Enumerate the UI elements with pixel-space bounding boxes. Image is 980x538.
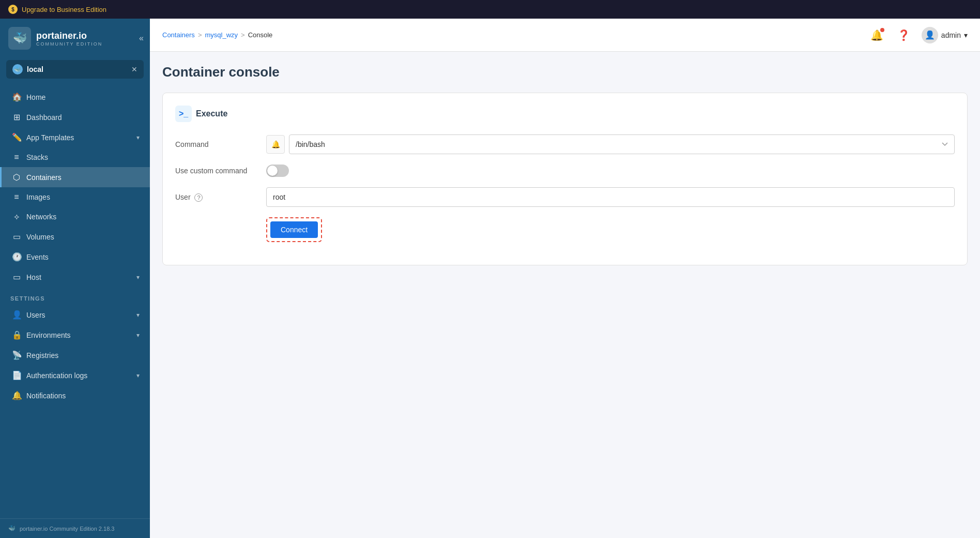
host-icon: ▭	[12, 272, 21, 282]
header-actions: 🔔 ❓ 👤 admin ▾	[868, 26, 968, 44]
events-icon: 🕐	[12, 252, 21, 262]
environments-chevron: ▾	[136, 332, 140, 339]
environment-selector[interactable]: 🐳 local ✕	[6, 60, 144, 79]
logo-text: portainer.io COMMUNITY EDITION	[36, 31, 102, 47]
breadcrumb: Containers > mysql_wzy > Console	[162, 31, 272, 39]
volumes-icon: ▭	[12, 232, 21, 242]
sidebar-item-dashboard-label: Dashboard	[26, 113, 62, 122]
sidebar-collapse-button[interactable]: «	[139, 34, 144, 43]
username: admin	[941, 31, 961, 39]
sidebar-footer: 🐳 portainer.io Community Edition 2.18.3	[0, 518, 150, 538]
sidebar-item-dashboard[interactable]: ⊞ Dashboard	[0, 107, 150, 127]
sidebar-item-auth-logs[interactable]: 📄 Authentication logs ▾	[0, 365, 150, 385]
breadcrumb-mysql-wzy[interactable]: mysql_wzy	[205, 31, 238, 39]
sidebar-item-host-label: Host	[26, 273, 41, 281]
notification-badge	[880, 28, 884, 32]
registries-icon: 📡	[12, 350, 21, 360]
command-row: Command 🔔 /bin/bash /bin/sh /bin/ash	[175, 134, 955, 154]
main-content: Containers > mysql_wzy > Console 🔔 ❓ 👤 a…	[150, 19, 980, 538]
sidebar-item-events[interactable]: 🕐 Events	[0, 247, 150, 267]
settings-section-label: Settings	[0, 287, 150, 305]
sidebar-item-home-label: Home	[26, 93, 45, 101]
execute-icon: >_	[175, 106, 192, 122]
user-input[interactable]	[266, 187, 955, 207]
home-icon: 🏠	[12, 92, 21, 102]
app-templates-icon: ✏️	[12, 132, 21, 142]
containers-icon: ⬡	[12, 172, 21, 182]
help-button[interactable]: ❓	[895, 26, 913, 44]
sidebar-item-notifications-label: Notifications	[26, 392, 66, 400]
sidebar-nav: 🏠 Home ⊞ Dashboard ✏️ App Templates ▾ ≡ …	[0, 83, 150, 518]
sidebar-item-users[interactable]: 👤 Users ▾	[0, 305, 150, 325]
sidebar-item-auth-logs-label: Authentication logs	[26, 371, 87, 380]
users-chevron: ▾	[136, 311, 140, 319]
connect-button[interactable]: Connect	[270, 221, 318, 238]
auth-logs-icon: 📄	[12, 370, 21, 380]
users-icon: 👤	[12, 310, 21, 320]
execute-card: >_ Execute Command 🔔 /bin/bash /bin/sh /…	[162, 93, 968, 265]
sidebar-item-registries[interactable]: 📡 Registries	[0, 345, 150, 365]
user-row: User ?	[175, 187, 955, 207]
execute-section-title: >_ Execute	[175, 106, 955, 122]
upgrade-label: Upgrade to Business Edition	[22, 6, 106, 13]
sidebar-item-notifications[interactable]: 🔔 Notifications	[0, 385, 150, 406]
portainer-logo-icon: 🐳	[8, 27, 31, 50]
page-area: Container console >_ Execute Command 🔔 /…	[150, 52, 980, 538]
sidebar-item-environments-label: Environments	[26, 331, 71, 339]
breadcrumb-sep1: >	[198, 31, 202, 39]
env-name: local	[27, 65, 127, 73]
breadcrumb-sep2: >	[241, 31, 245, 39]
notifications-button[interactable]: 🔔	[868, 26, 886, 44]
custom-command-toggle[interactable]	[266, 165, 289, 177]
notifications-icon: 🔔	[12, 391, 21, 400]
logo-edition: COMMUNITY EDITION	[36, 41, 102, 47]
connect-button-wrapper: Connect	[266, 217, 322, 242]
sidebar-item-registries-label: Registries	[26, 351, 58, 360]
top-header: Containers > mysql_wzy > Console 🔔 ❓ 👤 a…	[150, 19, 980, 52]
app-templates-chevron: ▾	[136, 134, 140, 141]
env-icon: 🐳	[12, 64, 23, 74]
logo-name: portainer.io	[36, 31, 102, 41]
sidebar-item-networks[interactable]: ⟡ Networks	[0, 207, 150, 227]
sidebar-item-images-label: Images	[26, 193, 50, 201]
coin-icon: $	[8, 5, 18, 14]
custom-command-label: Use custom command	[175, 167, 258, 175]
avatar: 👤	[922, 27, 938, 43]
user-label: User ?	[175, 193, 258, 202]
sidebar-item-containers[interactable]: ⬡ Containers	[0, 167, 150, 187]
sidebar-item-environments[interactable]: 🔒 Environments ▾	[0, 325, 150, 345]
upgrade-bar[interactable]: $ Upgrade to Business Edition	[0, 0, 980, 19]
sidebar-item-home[interactable]: 🏠 Home	[0, 87, 150, 107]
sidebar-item-events-label: Events	[26, 253, 49, 261]
env-close-button[interactable]: ✕	[131, 65, 137, 73]
custom-command-row: Use custom command	[175, 165, 955, 177]
sidebar-item-host[interactable]: ▭ Host ▾	[0, 267, 150, 287]
sidebar-item-users-label: Users	[26, 311, 45, 319]
sidebar-item-volumes[interactable]: ▭ Volumes	[0, 227, 150, 247]
command-label: Command	[175, 140, 258, 148]
user-chevron: ▾	[964, 31, 968, 39]
breadcrumb-current: Console	[248, 31, 273, 39]
environments-icon: 🔒	[12, 330, 21, 340]
sidebar-item-stacks[interactable]: ≡ Stacks	[0, 147, 150, 167]
command-shell-icon[interactable]: 🔔	[266, 135, 285, 154]
sidebar-item-stacks-label: Stacks	[26, 153, 48, 161]
dashboard-icon: ⊞	[12, 112, 21, 122]
sidebar-logo: 🐳 portainer.io COMMUNITY EDITION «	[0, 19, 150, 58]
toggle-knob	[267, 166, 278, 176]
sidebar-item-app-templates-label: App Templates	[26, 133, 74, 142]
sidebar: 🐳 portainer.io COMMUNITY EDITION « 🐳 loc…	[0, 19, 150, 538]
sidebar-item-containers-label: Containers	[26, 173, 62, 182]
sidebar-item-app-templates[interactable]: ✏️ App Templates ▾	[0, 127, 150, 147]
stacks-icon: ≡	[12, 153, 21, 162]
command-select[interactable]: /bin/bash /bin/sh /bin/ash	[289, 134, 955, 154]
breadcrumb-containers[interactable]: Containers	[162, 31, 195, 39]
connect-row: Connect	[175, 217, 955, 242]
user-menu[interactable]: 👤 admin ▾	[922, 27, 968, 43]
user-help-icon[interactable]: ?	[194, 193, 203, 202]
auth-logs-chevron: ▾	[136, 372, 140, 379]
images-icon: ≡	[12, 192, 21, 202]
footer-logo: 🐳	[8, 525, 16, 532]
sidebar-item-images[interactable]: ≡ Images	[0, 187, 150, 207]
command-select-wrapper: 🔔 /bin/bash /bin/sh /bin/ash	[266, 134, 955, 154]
